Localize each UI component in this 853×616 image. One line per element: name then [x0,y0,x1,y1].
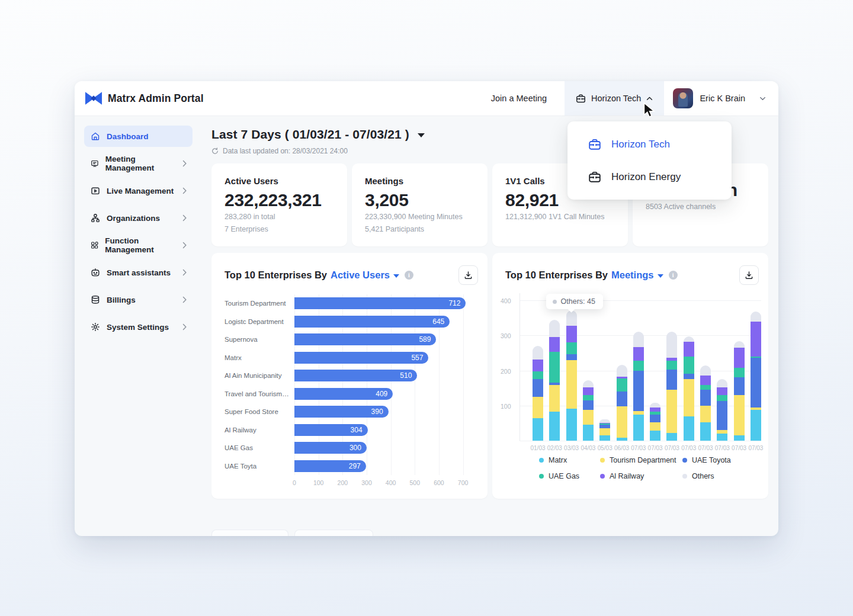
stacked-bar-07-03[interactable] [751,312,761,441]
user-menu[interactable]: Eric K Brain [673,88,778,108]
x-axis-label: 03/03 [564,445,579,451]
chevron-right-icon [182,296,187,303]
dropdown-item-horizon-tech[interactable]: Horizon Tech [567,128,732,161]
stat-value: 3,205 [365,190,474,210]
user-name: Eric K Brain [700,94,745,103]
bar-uae-gas[interactable]: 300 [294,442,367,454]
sidebar-item-meeting-management[interactable]: Meeting Management [84,153,193,174]
sidebar-item-function-management[interactable]: Function Management [84,235,193,256]
download-button[interactable] [458,265,478,285]
bar-row: UAE Gas 300 [225,439,477,457]
x-axis-label: 07/03 [748,445,763,451]
legend-item-al-railway[interactable]: Al Railway [600,472,682,480]
bar-travel-and-tourism-[interactable]: 409 [294,388,393,400]
robot-icon [91,268,100,277]
join-meeting-button[interactable]: Join a Meeting [491,94,547,103]
sidebar-item-system-settings[interactable]: System Settings [84,316,193,338]
stat-subtext: 5,421 Participants [365,224,474,235]
stacked-bar-04-03[interactable] [583,380,594,441]
stacked-bar-07-03[interactable] [700,365,711,441]
bar-matrx[interactable]: 557 [294,352,428,364]
avatar [673,88,693,108]
live-tv-icon [91,186,100,195]
sidebar-item-smart-assistants[interactable]: Smart assistants [84,262,193,283]
sidebar-item-label: System Settings [107,323,169,332]
chart-tooltip: Others: 45 [546,294,603,309]
enterprise-label: UAE Gas [225,444,294,451]
legend-label: Others [692,472,714,480]
refresh-icon[interactable] [211,147,219,155]
bar-value-label: 409 [376,390,387,398]
sidebar-item-dashboard[interactable]: Dashboard [84,126,193,147]
stacked-bar-07-03[interactable] [633,332,644,441]
active-users-bar-chart: Tourism Department 712 Logistc Departmen… [225,294,477,475]
chevron-right-icon [182,242,187,249]
org-switcher-label: Horizon Tech [591,94,641,103]
bar-row: Tourism Department 712 [225,294,477,313]
sidebar-item-label: Smart assistants [107,268,171,277]
bar-al-ain-municipanity[interactable]: 510 [294,370,417,381]
sidebar-item-organizations[interactable]: Organizations [84,207,193,229]
stacked-bar-07-03[interactable] [734,341,745,441]
chart-title: Top 10 Enterprises By [225,270,327,281]
stacked-bar-03-03[interactable] [566,310,577,441]
bar-row: Al Railway 304 [225,421,477,439]
stacked-bar-07-03[interactable] [684,336,694,441]
caret-down-icon [393,274,399,278]
x-axis-label: 04/03 [581,445,595,451]
sidebar-item-live-management[interactable]: Live Management [84,180,193,201]
bar-supernova[interactable]: 589 [294,333,436,345]
info-icon[interactable]: i [405,271,413,280]
stacked-bar-07-03[interactable] [650,403,660,441]
stacked-bar-07-03[interactable] [717,379,727,441]
bar-logistc-department[interactable]: 645 [294,316,450,328]
sidebar-item-label: Meeting Management [105,155,175,172]
legend-label: Tourism Department [610,456,676,464]
legend-label: Al Railway [610,472,644,480]
enterprise-label: UAE Toyta [225,463,294,470]
stacked-bar-05-03[interactable] [599,419,610,441]
legend-item-others[interactable]: Others [682,472,731,480]
bar-tourism-department[interactable]: 712 [294,297,466,309]
dropdown-item-label: Horizon Tech [611,139,670,150]
meetings-stacked-chart: 40030020010001/0302/0303/0304/0305/0306/… [505,253,761,499]
metric-selector-active-users[interactable]: Active Users [331,270,399,281]
enterprise-label: Super Food Store [225,408,294,415]
bar-al-railway[interactable]: 304 [294,424,368,436]
expand-chevron [182,214,187,222]
period-caret-icon[interactable] [418,133,425,137]
sidebar-item-label: Organizations [107,214,160,223]
bar-value-label: 589 [419,335,431,344]
download-icon [464,271,473,280]
x-axis-label: 07/03 [665,445,679,451]
bar-row: Logistc Department 645 [225,313,477,331]
grid-icon [91,240,98,250]
stacked-bar-06-03[interactable] [617,365,627,441]
x-axis-label: 07/03 [732,445,746,451]
x-axis-label: 07/03 [631,445,646,451]
sidebar: DashboardMeeting ManagementLive Manageme… [75,116,202,536]
dropdown-item-horizon-energy[interactable]: Horizon Energy [567,161,732,193]
sidebar-item-label: Billings [107,296,136,304]
stat-subtext: 223,330,900 Meeting Minutes [365,211,474,223]
legend-item-uae-toyota[interactable]: UAE Toyota [682,456,731,464]
stacked-bar-02-03[interactable] [549,320,560,441]
legend-item-matrx[interactable]: Matrx [539,456,600,464]
legend-item-uae-gas[interactable]: UAE Gas [539,472,600,480]
stat-subtext: 8503 Active channels [646,201,755,213]
legend-dot-icon [682,474,687,479]
chevron-down-icon [759,97,766,101]
clipped-bottom-cards [211,530,373,536]
bar-uae-toyta[interactable]: 297 [294,460,366,472]
bar-super-food-store[interactable]: 390 [294,406,389,418]
chevron-up-icon [646,97,653,101]
stacked-bar-07-03[interactable] [666,332,677,441]
matrx-logo-icon [85,91,102,106]
expand-chevron [182,242,187,249]
sidebar-item-billings[interactable]: Billings [84,289,193,310]
legend-dot-icon [600,458,605,463]
legend-item-tourism-department[interactable]: Tourism Department [600,456,682,464]
x-axis-label: 06/03 [614,445,629,451]
bar-value-label: 712 [448,299,460,307]
stacked-bar-01-03[interactable] [533,346,543,441]
